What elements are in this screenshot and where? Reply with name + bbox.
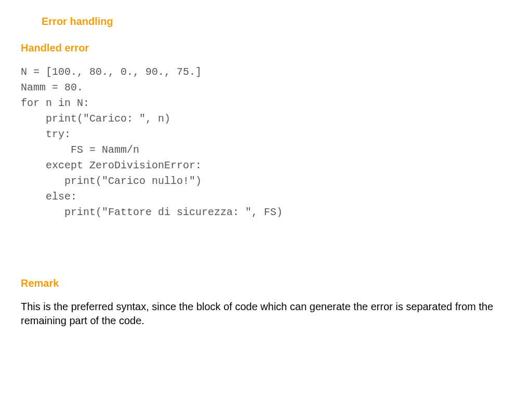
page-title: Error handling	[42, 16, 511, 28]
section-subtitle: Handled error	[21, 42, 511, 54]
remark-title: Remark	[21, 277, 511, 289]
remark-body: This is the preferred syntax, since the …	[21, 300, 511, 328]
code-block: N = [100., 80., 0., 90., 75.] Namm = 80.…	[21, 64, 511, 220]
